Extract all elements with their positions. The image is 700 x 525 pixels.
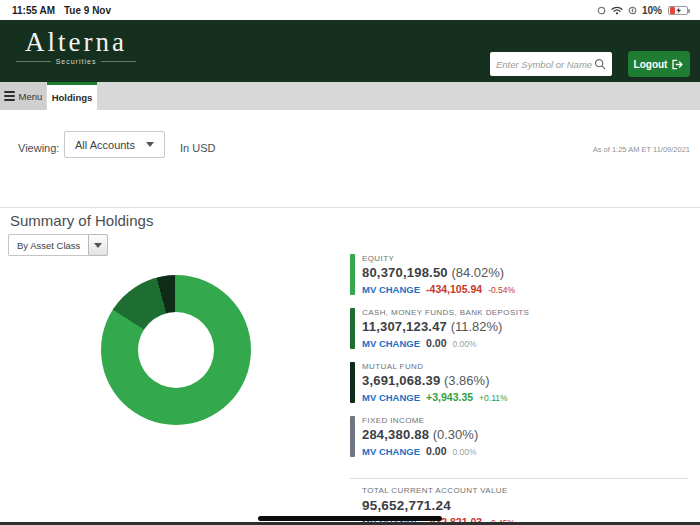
- clock-date: Tue 9 Nov: [64, 5, 111, 16]
- total-label: TOTAL CURRENT ACCOUNT VALUE: [362, 486, 515, 495]
- search-icon[interactable]: [594, 58, 606, 70]
- mv-change-percent: 0.00%: [453, 447, 477, 457]
- asset-percent: (11.82%): [451, 319, 503, 334]
- section-divider: [0, 207, 700, 208]
- app-header: Alterna Securities Logout Last Login: No…: [0, 20, 700, 82]
- clock-time: 11:55 AM: [12, 5, 55, 16]
- asset-class-label: MUTUAL FUND: [362, 362, 508, 371]
- mv-change-value: 0.00: [426, 445, 446, 457]
- mv-change-value: 0.00: [426, 337, 446, 349]
- symbol-search-input[interactable]: [496, 59, 594, 70]
- currency-label: In USD: [180, 142, 215, 154]
- donut-hole: [138, 312, 214, 388]
- viewing-label: Viewing:: [18, 142, 59, 154]
- legend-color-bar: [350, 308, 355, 349]
- legend-color-bar: [350, 254, 355, 295]
- group-by-selector[interactable]: By Asset Class: [8, 234, 108, 256]
- app-screen: 11:55 AM Tue 9 Nov 10%: [0, 0, 700, 525]
- mv-change-percent: -0.54%: [488, 285, 515, 295]
- status-bar: 11:55 AM Tue 9 Nov 10%: [0, 0, 700, 20]
- asset-percent: (84.02%): [451, 265, 504, 280]
- mv-change-percent: 0.00%: [453, 339, 477, 349]
- brand-subtitle: Securities: [56, 58, 97, 65]
- total-divider: [350, 478, 688, 479]
- mv-change-label: MV CHANGE: [362, 338, 420, 349]
- asset-class-label: EQUITY: [362, 254, 515, 263]
- legend-item-fixed-income: FIXED INCOME 284,380.88 (0.30%) MV CHANG…: [350, 416, 690, 457]
- account-selector[interactable]: All Accounts: [64, 131, 165, 158]
- brand-logo: Alterna Securities: [16, 27, 136, 65]
- mv-change-label: MV CHANGE: [362, 284, 420, 295]
- legend-color-bar: [350, 362, 355, 403]
- tab-holdings[interactable]: Holdings: [47, 82, 97, 110]
- tab-bar: Menu Holdings: [0, 82, 700, 110]
- legend-item-cash: CASH, MONEY FUNDS, BANK DEPOSITS 11,307,…: [350, 308, 690, 349]
- account-selector-value: All Accounts: [75, 139, 135, 151]
- chevron-down-icon: [88, 234, 108, 256]
- legend-color-bar: [350, 416, 355, 457]
- logout-icon: [671, 59, 684, 70]
- legend-item-mutual-fund: MUTUAL FUND 3,691,068.39 (3.86%) MV CHAN…: [350, 362, 690, 403]
- brand-name: Alterna: [16, 27, 136, 57]
- mv-change-value: -434,105.94: [426, 283, 482, 295]
- chevron-down-icon: [146, 142, 154, 147]
- battery-percent: 10%: [642, 5, 662, 16]
- asset-value: 3,691,068.39: [362, 373, 440, 388]
- asset-percent: (3.86%): [444, 373, 490, 388]
- asset-class-label: CASH, MONEY FUNDS, BANK DEPOSITS: [362, 308, 529, 317]
- asset-value: 284,380.88: [362, 427, 429, 442]
- symbol-search: [490, 52, 612, 76]
- group-by-value: By Asset Class: [8, 234, 88, 256]
- home-indicator[interactable]: [258, 516, 442, 521]
- hamburger-icon: [4, 89, 15, 103]
- legend-item-equity: EQUITY 80,370,198.50 (84.02%) MV CHANGE …: [350, 254, 690, 295]
- summary-title: Summary of Holdings: [10, 212, 153, 229]
- asset-value: 80,370,198.50: [362, 265, 448, 280]
- logout-button[interactable]: Logout: [628, 51, 690, 77]
- mv-change-label: MV CHANGE: [362, 392, 420, 403]
- asset-percent: (0.30%): [433, 427, 479, 442]
- logo-rule-right: [101, 61, 136, 62]
- mv-change-percent: +0.11%: [479, 393, 507, 403]
- mv-change-value: +3,943.35: [426, 391, 473, 403]
- logo-rule-left: [16, 61, 51, 62]
- battery-icon: [668, 6, 688, 15]
- rotation-lock-icon: [597, 6, 606, 15]
- menu-button[interactable]: Menu: [0, 82, 46, 110]
- mv-change-label: MV CHANGE: [362, 446, 420, 457]
- asset-value: 11,307,123.47: [362, 319, 447, 334]
- charging-bolt-icon: [675, 7, 683, 14]
- asset-class-label: FIXED INCOME: [362, 416, 478, 425]
- donut-chart: [101, 275, 251, 425]
- wifi-icon: [611, 6, 623, 15]
- logout-label: Logout: [634, 59, 668, 70]
- holdings-legend: EQUITY 80,370,198.50 (84.02%) MV CHANGE …: [350, 254, 690, 470]
- menu-label: Menu: [19, 91, 43, 102]
- total-value: 95,652,771.24: [362, 498, 515, 513]
- as-of-timestamp: As of 1:25 AM ET 11/09/2021: [593, 145, 690, 154]
- orientation-lock-icon: [628, 6, 637, 15]
